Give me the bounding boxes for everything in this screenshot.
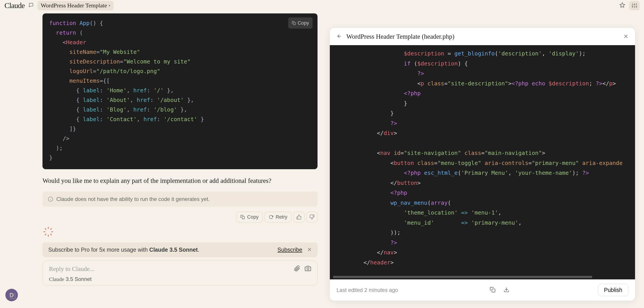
document-title[interactable]: WordPress Header Template ▾: [38, 1, 113, 10]
reply-input-container[interactable]: Reply to Claude... Claude 3.5 Sonnet: [42, 261, 318, 286]
assistant-followup: Would you like me to explain any part of…: [42, 176, 318, 186]
chat-icon[interactable]: [28, 3, 34, 8]
camera-icon[interactable]: [305, 265, 311, 273]
subscribe-message: Subscribe to Pro for 5x more usage with …: [48, 247, 199, 253]
subscribe-link[interactable]: Subscribe: [278, 247, 302, 253]
svg-line-17: [45, 228, 46, 230]
svg-line-21: [45, 234, 46, 235]
retry-label: Retry: [276, 214, 287, 220]
subscribe-banner: Subscribe to Pro for 5x more usage with …: [42, 243, 318, 257]
copy-button[interactable]: Copy: [288, 17, 312, 29]
thumbs-down-button[interactable]: [306, 212, 318, 222]
back-icon[interactable]: [336, 33, 342, 40]
svg-rect-25: [492, 289, 495, 292]
code-content: function App() { return ( <Header siteNa…: [49, 18, 311, 163]
attach-icon[interactable]: [294, 265, 300, 273]
copy-icon: [240, 215, 245, 219]
close-icon[interactable]: ✕: [624, 33, 628, 40]
svg-rect-27: [11, 294, 16, 299]
sidebar-toggle-icon[interactable]: [10, 293, 16, 301]
svg-rect-10: [293, 22, 296, 25]
chevron-down-icon: ▾: [109, 4, 110, 7]
retry-button[interactable]: Retry: [264, 212, 292, 222]
close-icon[interactable]: ✕: [307, 247, 312, 253]
artifact-title: WordPress Header Template (header.php): [346, 33, 454, 40]
document-title-text: WordPress Header Template: [41, 2, 107, 9]
app-logo[interactable]: Claude: [4, 1, 24, 10]
copy-response-button[interactable]: Copy: [236, 212, 263, 222]
settings-icon[interactable]: [629, 1, 640, 10]
copy-artifact-icon[interactable]: [486, 287, 496, 294]
artifact-code[interactable]: $description = get_bloginfo('description…: [330, 45, 635, 279]
svg-line-18: [50, 234, 52, 235]
publish-button[interactable]: Publish: [598, 284, 628, 296]
svg-rect-14: [242, 216, 245, 219]
code-block: Copy function App() { return ( <Header s…: [42, 13, 318, 169]
reply-input[interactable]: Reply to Claude...: [49, 265, 294, 273]
loading-indicator: [42, 226, 318, 239]
download-icon[interactable]: [500, 287, 510, 294]
svg-point-23: [307, 268, 309, 270]
svg-line-22: [50, 228, 52, 230]
star-icon[interactable]: [620, 2, 625, 9]
copy-label: Copy: [247, 214, 258, 220]
artifact-code-content: $description = get_bloginfo('description…: [336, 49, 628, 268]
artifact-panel: WordPress Header Template (header.php) ✕…: [330, 28, 635, 301]
thumbs-down-icon: [309, 214, 314, 220]
thumbs-up-icon: [296, 214, 302, 220]
model-indicator[interactable]: Claude 3.5 Sonnet: [49, 276, 311, 282]
last-edited: Last edited 2 minutes ago: [336, 287, 398, 293]
svg-marker-0: [620, 3, 625, 7]
copy-label: Copy: [298, 19, 309, 27]
thumbs-up-button[interactable]: [294, 212, 304, 222]
info-banner: Claude does not have the ability to run …: [42, 192, 318, 207]
info-text: Claude does not have the ability to run …: [56, 196, 210, 202]
horizontal-scrollbar[interactable]: [333, 276, 592, 278]
sparkle-icon: [42, 226, 54, 238]
info-icon: [48, 197, 53, 202]
retry-icon: [269, 215, 273, 219]
